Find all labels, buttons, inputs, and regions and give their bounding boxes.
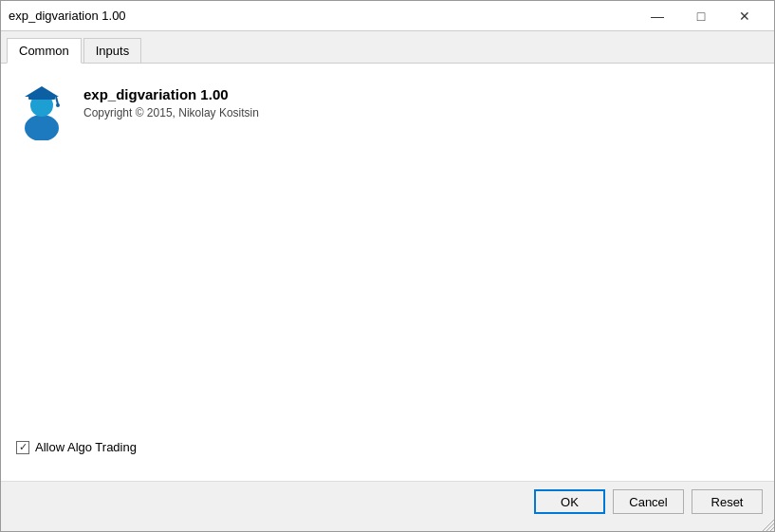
button-row: OK Cancel Reset (1, 482, 774, 523)
expert-header: exp_digvariation 1.00 Copyright © 2015, … (16, 79, 759, 140)
window-title: exp_digvariation 1.00 (9, 9, 126, 23)
tab-bar: Common Inputs (1, 31, 774, 64)
close-button[interactable]: ✕ (723, 1, 766, 31)
main-window: exp_digvariation 1.00 — □ ✕ Common Input… (0, 0, 775, 532)
minimize-button[interactable]: — (636, 1, 679, 31)
algo-trading-label: Allow Algo Trading (35, 440, 137, 454)
title-bar: exp_digvariation 1.00 — □ ✕ (1, 1, 774, 31)
expert-copyright: Copyright © 2015, Nikolay Kositsin (83, 106, 259, 119)
svg-marker-3 (25, 86, 59, 97)
svg-point-5 (56, 103, 60, 107)
reset-button[interactable]: Reset (692, 489, 763, 514)
algo-trading-checkbox[interactable]: ✓ (16, 441, 29, 454)
expert-info: exp_digvariation 1.00 Copyright © 2015, … (83, 79, 259, 119)
maximize-button[interactable]: □ (679, 1, 723, 31)
resize-grip[interactable] (763, 520, 774, 531)
expert-icon (16, 79, 68, 140)
ok-button[interactable]: OK (534, 489, 605, 514)
checkmark-icon: ✓ (19, 441, 28, 453)
svg-line-4 (56, 97, 58, 104)
footer-area: OK Cancel Reset (1, 481, 774, 531)
title-bar-buttons: — □ ✕ (636, 1, 766, 31)
algo-trading-row: ✓ Allow Algo Trading (16, 440, 759, 454)
tab-common[interactable]: Common (7, 38, 82, 64)
svg-line-7 (766, 523, 774, 531)
svg-line-8 (770, 527, 774, 531)
tab-inputs[interactable]: Inputs (83, 38, 141, 64)
expert-name: exp_digvariation 1.00 (83, 86, 259, 102)
cancel-button[interactable]: Cancel (613, 489, 684, 514)
svg-point-0 (25, 115, 59, 140)
tab-content: exp_digvariation 1.00 Copyright © 2015, … (1, 64, 774, 481)
